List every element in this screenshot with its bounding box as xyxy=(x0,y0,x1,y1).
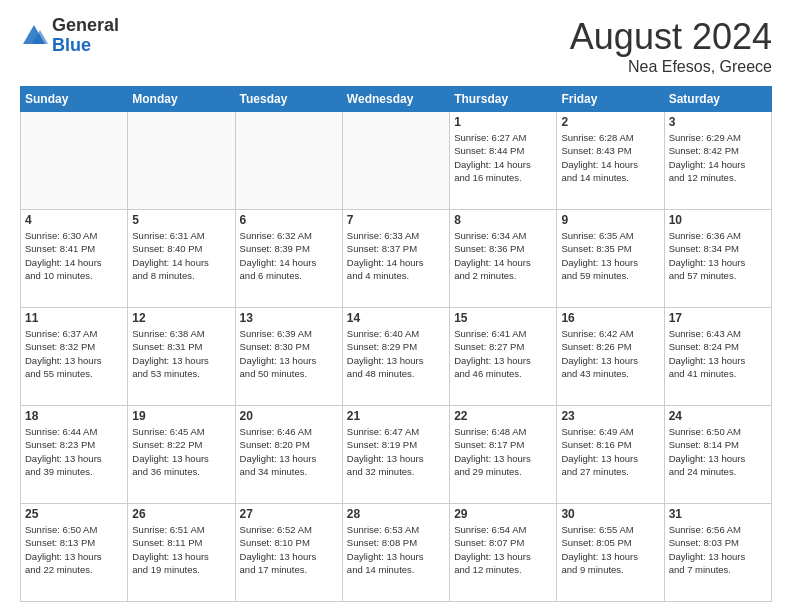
day-number: 9 xyxy=(561,213,659,227)
day-number: 11 xyxy=(25,311,123,325)
day-info: Sunrise: 6:47 AMSunset: 8:19 PMDaylight:… xyxy=(347,425,445,478)
day-info: Sunrise: 6:53 AMSunset: 8:08 PMDaylight:… xyxy=(347,523,445,576)
title-block: August 2024 Nea Efesos, Greece xyxy=(570,16,772,76)
week-row-1: 1Sunrise: 6:27 AMSunset: 8:44 PMDaylight… xyxy=(21,112,772,210)
day-info: Sunrise: 6:55 AMSunset: 8:05 PMDaylight:… xyxy=(561,523,659,576)
day-info: Sunrise: 6:46 AMSunset: 8:20 PMDaylight:… xyxy=(240,425,338,478)
day-number: 8 xyxy=(454,213,552,227)
col-monday: Monday xyxy=(128,87,235,112)
calendar-cell: 4Sunrise: 6:30 AMSunset: 8:41 PMDaylight… xyxy=(21,210,128,308)
day-number: 14 xyxy=(347,311,445,325)
calendar-cell: 8Sunrise: 6:34 AMSunset: 8:36 PMDaylight… xyxy=(450,210,557,308)
day-number: 29 xyxy=(454,507,552,521)
calendar-cell: 1Sunrise: 6:27 AMSunset: 8:44 PMDaylight… xyxy=(450,112,557,210)
day-info: Sunrise: 6:49 AMSunset: 8:16 PMDaylight:… xyxy=(561,425,659,478)
day-number: 2 xyxy=(561,115,659,129)
day-number: 16 xyxy=(561,311,659,325)
calendar-cell: 10Sunrise: 6:36 AMSunset: 8:34 PMDayligh… xyxy=(664,210,771,308)
calendar-cell: 14Sunrise: 6:40 AMSunset: 8:29 PMDayligh… xyxy=(342,308,449,406)
day-info: Sunrise: 6:29 AMSunset: 8:42 PMDaylight:… xyxy=(669,131,767,184)
day-info: Sunrise: 6:31 AMSunset: 8:40 PMDaylight:… xyxy=(132,229,230,282)
page: General Blue August 2024 Nea Efesos, Gre… xyxy=(0,0,792,612)
day-number: 19 xyxy=(132,409,230,423)
day-info: Sunrise: 6:42 AMSunset: 8:26 PMDaylight:… xyxy=(561,327,659,380)
calendar-cell: 15Sunrise: 6:41 AMSunset: 8:27 PMDayligh… xyxy=(450,308,557,406)
calendar-cell: 27Sunrise: 6:52 AMSunset: 8:10 PMDayligh… xyxy=(235,504,342,602)
day-info: Sunrise: 6:41 AMSunset: 8:27 PMDaylight:… xyxy=(454,327,552,380)
logo-general-text: General xyxy=(52,16,119,36)
day-number: 18 xyxy=(25,409,123,423)
day-info: Sunrise: 6:44 AMSunset: 8:23 PMDaylight:… xyxy=(25,425,123,478)
day-number: 25 xyxy=(25,507,123,521)
calendar-table: Sunday Monday Tuesday Wednesday Thursday… xyxy=(20,86,772,602)
calendar-header: Sunday Monday Tuesday Wednesday Thursday… xyxy=(21,87,772,112)
week-row-3: 11Sunrise: 6:37 AMSunset: 8:32 PMDayligh… xyxy=(21,308,772,406)
day-number: 7 xyxy=(347,213,445,227)
calendar-cell: 6Sunrise: 6:32 AMSunset: 8:39 PMDaylight… xyxy=(235,210,342,308)
day-info: Sunrise: 6:50 AMSunset: 8:14 PMDaylight:… xyxy=(669,425,767,478)
col-thursday: Thursday xyxy=(450,87,557,112)
col-friday: Friday xyxy=(557,87,664,112)
day-number: 20 xyxy=(240,409,338,423)
calendar-body: 1Sunrise: 6:27 AMSunset: 8:44 PMDaylight… xyxy=(21,112,772,602)
calendar-cell: 18Sunrise: 6:44 AMSunset: 8:23 PMDayligh… xyxy=(21,406,128,504)
day-info: Sunrise: 6:40 AMSunset: 8:29 PMDaylight:… xyxy=(347,327,445,380)
day-info: Sunrise: 6:35 AMSunset: 8:35 PMDaylight:… xyxy=(561,229,659,282)
day-info: Sunrise: 6:43 AMSunset: 8:24 PMDaylight:… xyxy=(669,327,767,380)
col-tuesday: Tuesday xyxy=(235,87,342,112)
day-number: 23 xyxy=(561,409,659,423)
calendar-cell: 7Sunrise: 6:33 AMSunset: 8:37 PMDaylight… xyxy=(342,210,449,308)
logo: General Blue xyxy=(20,16,119,56)
day-number: 1 xyxy=(454,115,552,129)
day-info: Sunrise: 6:52 AMSunset: 8:10 PMDaylight:… xyxy=(240,523,338,576)
week-row-2: 4Sunrise: 6:30 AMSunset: 8:41 PMDaylight… xyxy=(21,210,772,308)
month-title: August 2024 xyxy=(570,16,772,58)
day-number: 4 xyxy=(25,213,123,227)
day-number: 30 xyxy=(561,507,659,521)
day-info: Sunrise: 6:45 AMSunset: 8:22 PMDaylight:… xyxy=(132,425,230,478)
calendar-cell: 24Sunrise: 6:50 AMSunset: 8:14 PMDayligh… xyxy=(664,406,771,504)
day-info: Sunrise: 6:33 AMSunset: 8:37 PMDaylight:… xyxy=(347,229,445,282)
calendar-cell: 11Sunrise: 6:37 AMSunset: 8:32 PMDayligh… xyxy=(21,308,128,406)
header-row: Sunday Monday Tuesday Wednesday Thursday… xyxy=(21,87,772,112)
calendar-cell: 19Sunrise: 6:45 AMSunset: 8:22 PMDayligh… xyxy=(128,406,235,504)
location-subtitle: Nea Efesos, Greece xyxy=(570,58,772,76)
day-info: Sunrise: 6:56 AMSunset: 8:03 PMDaylight:… xyxy=(669,523,767,576)
logo-icon xyxy=(20,22,48,50)
week-row-5: 25Sunrise: 6:50 AMSunset: 8:13 PMDayligh… xyxy=(21,504,772,602)
day-number: 15 xyxy=(454,311,552,325)
day-info: Sunrise: 6:30 AMSunset: 8:41 PMDaylight:… xyxy=(25,229,123,282)
day-number: 5 xyxy=(132,213,230,227)
day-info: Sunrise: 6:51 AMSunset: 8:11 PMDaylight:… xyxy=(132,523,230,576)
day-number: 10 xyxy=(669,213,767,227)
calendar-cell: 16Sunrise: 6:42 AMSunset: 8:26 PMDayligh… xyxy=(557,308,664,406)
calendar-cell xyxy=(128,112,235,210)
calendar-cell xyxy=(21,112,128,210)
logo-text: General Blue xyxy=(52,16,119,56)
col-wednesday: Wednesday xyxy=(342,87,449,112)
day-info: Sunrise: 6:28 AMSunset: 8:43 PMDaylight:… xyxy=(561,131,659,184)
day-number: 31 xyxy=(669,507,767,521)
calendar-cell: 29Sunrise: 6:54 AMSunset: 8:07 PMDayligh… xyxy=(450,504,557,602)
day-number: 21 xyxy=(347,409,445,423)
day-number: 17 xyxy=(669,311,767,325)
calendar-cell: 13Sunrise: 6:39 AMSunset: 8:30 PMDayligh… xyxy=(235,308,342,406)
day-info: Sunrise: 6:38 AMSunset: 8:31 PMDaylight:… xyxy=(132,327,230,380)
calendar-cell: 21Sunrise: 6:47 AMSunset: 8:19 PMDayligh… xyxy=(342,406,449,504)
calendar-cell: 30Sunrise: 6:55 AMSunset: 8:05 PMDayligh… xyxy=(557,504,664,602)
day-info: Sunrise: 6:27 AMSunset: 8:44 PMDaylight:… xyxy=(454,131,552,184)
calendar-cell: 22Sunrise: 6:48 AMSunset: 8:17 PMDayligh… xyxy=(450,406,557,504)
calendar-cell: 23Sunrise: 6:49 AMSunset: 8:16 PMDayligh… xyxy=(557,406,664,504)
day-number: 24 xyxy=(669,409,767,423)
header: General Blue August 2024 Nea Efesos, Gre… xyxy=(20,16,772,76)
logo-blue-text: Blue xyxy=(52,36,119,56)
calendar-cell xyxy=(235,112,342,210)
day-number: 12 xyxy=(132,311,230,325)
week-row-4: 18Sunrise: 6:44 AMSunset: 8:23 PMDayligh… xyxy=(21,406,772,504)
day-number: 28 xyxy=(347,507,445,521)
calendar-cell: 17Sunrise: 6:43 AMSunset: 8:24 PMDayligh… xyxy=(664,308,771,406)
day-number: 6 xyxy=(240,213,338,227)
col-sunday: Sunday xyxy=(21,87,128,112)
calendar-cell: 3Sunrise: 6:29 AMSunset: 8:42 PMDaylight… xyxy=(664,112,771,210)
day-number: 26 xyxy=(132,507,230,521)
